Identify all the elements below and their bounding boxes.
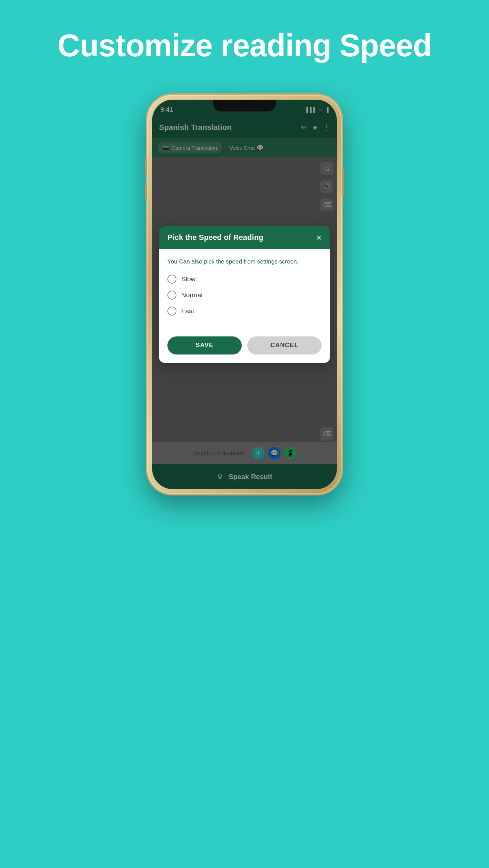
radio-normal[interactable] — [167, 291, 176, 300]
volume-down-button — [145, 182, 147, 199]
volume-up-button — [145, 157, 147, 175]
modal-description: You Can also pick the speed from setting… — [167, 257, 322, 266]
option-slow[interactable]: Slow — [167, 275, 322, 284]
cancel-button[interactable]: CANCEL — [247, 336, 322, 354]
power-button — [342, 168, 344, 195]
radio-fast[interactable] — [167, 307, 176, 316]
save-button[interactable]: SAVE — [167, 336, 242, 354]
phone-mockup: 9:41 ▌▌▌ ∿ ▐ Spanish Translation ✏ ★ ⋮ 📷… — [147, 95, 342, 494]
speed-modal: Pick the Speed of Reading × You Can also… — [159, 226, 330, 363]
radio-slow[interactable] — [167, 275, 176, 284]
page-title: Customize reading Speed — [57, 28, 431, 64]
fast-label: Fast — [181, 307, 194, 315]
normal-label: Normal — [181, 291, 202, 299]
option-normal[interactable]: Normal — [167, 291, 322, 300]
modal-title: Pick the Speed of Reading — [167, 233, 263, 242]
option-fast[interactable]: Fast — [167, 307, 322, 316]
modal-body: You Can also pick the speed from setting… — [159, 249, 330, 331]
modal-close-button[interactable]: × — [316, 233, 322, 242]
phone-screen: 9:41 ▌▌▌ ∿ ▐ Spanish Translation ✏ ★ ⋮ 📷… — [152, 100, 337, 489]
modal-overlay: Pick the Speed of Reading × You Can also… — [152, 100, 337, 489]
modal-footer: SAVE CANCEL — [159, 331, 330, 363]
slow-label: Slow — [181, 275, 196, 283]
modal-header: Pick the Speed of Reading × — [159, 226, 330, 249]
